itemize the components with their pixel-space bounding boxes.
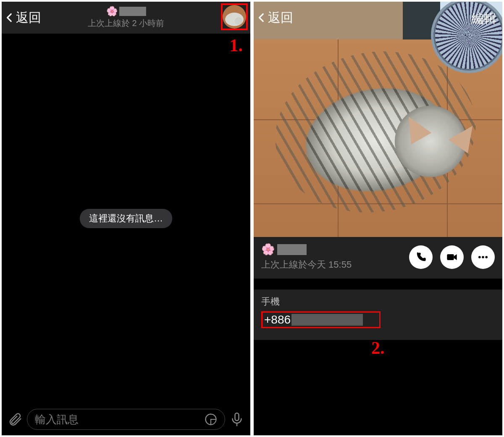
back-label: 返回 bbox=[16, 9, 41, 26]
phone-label: 手機 bbox=[261, 295, 495, 308]
profile-name-row: 🌸 bbox=[261, 243, 409, 256]
flower-icon: 🌸 bbox=[106, 6, 118, 17]
mic-icon[interactable] bbox=[229, 412, 244, 427]
sticker-icon[interactable] bbox=[205, 413, 217, 426]
phone-section: 手機 +886 bbox=[254, 290, 502, 340]
video-icon bbox=[446, 251, 458, 263]
back-button[interactable]: 返回 bbox=[2, 9, 41, 26]
chat-header: 返回 🌸 上次上線於 2 小時前 bbox=[2, 2, 250, 34]
annotation-2: 2. bbox=[371, 338, 385, 358]
svg-point-7 bbox=[478, 256, 481, 258]
svg-point-9 bbox=[485, 256, 488, 258]
more-icon bbox=[477, 251, 489, 263]
phone-redacted bbox=[291, 314, 363, 326]
profile-actions bbox=[409, 245, 495, 269]
profile-name-redacted bbox=[277, 244, 307, 255]
avatar-image bbox=[223, 5, 246, 29]
back-button[interactable]: 返回 bbox=[254, 9, 293, 26]
contact-name-row: 🌸 bbox=[88, 6, 164, 17]
avatar-button[interactable] bbox=[221, 3, 248, 30]
chevron-left-icon bbox=[4, 12, 15, 23]
phone-prefix: +886 bbox=[264, 313, 291, 326]
input-row: 輸入訊息 bbox=[2, 403, 250, 435]
profile-photo[interactable]: 返回 編輯 bbox=[254, 2, 502, 237]
attach-icon[interactable] bbox=[8, 412, 23, 427]
profile-info-bar: 🌸 上次上線於今天 15:55 bbox=[254, 237, 502, 279]
annotation-1: 1. bbox=[230, 35, 243, 55]
chat-body: 這裡還沒有訊息… bbox=[2, 34, 250, 403]
svg-point-8 bbox=[482, 256, 484, 258]
chat-screen: 返回 🌸 上次上線於 2 小時前 1. 這裡還沒有訊息… bbox=[0, 0, 252, 437]
svg-rect-5 bbox=[235, 413, 239, 421]
last-seen-text: 上次上線於 2 小時前 bbox=[88, 18, 164, 29]
svg-point-3 bbox=[235, 17, 242, 25]
empty-chat-message: 這裡還沒有訊息… bbox=[80, 209, 172, 228]
contact-name-redacted bbox=[119, 7, 146, 16]
flower-icon: 🌸 bbox=[261, 243, 275, 256]
call-button[interactable] bbox=[409, 245, 433, 269]
more-button[interactable] bbox=[471, 245, 495, 269]
chat-title-block: 🌸 上次上線於 2 小時前 bbox=[88, 6, 164, 29]
profile-last-seen: 上次上線於今天 15:55 bbox=[261, 258, 409, 271]
phone-icon bbox=[415, 251, 427, 263]
profile-screen: 返回 編輯 🌸 上次上線於今天 15:55 手機 bbox=[252, 0, 504, 437]
video-call-button[interactable] bbox=[440, 245, 464, 269]
chevron-left-icon bbox=[256, 12, 267, 23]
phone-number-row[interactable]: +886 bbox=[261, 311, 381, 328]
message-placeholder: 輸入訊息 bbox=[35, 412, 79, 427]
message-input[interactable]: 輸入訊息 bbox=[27, 409, 225, 430]
edit-button[interactable]: 編輯 bbox=[471, 10, 496, 27]
back-label: 返回 bbox=[268, 9, 293, 26]
svg-rect-6 bbox=[447, 254, 454, 260]
